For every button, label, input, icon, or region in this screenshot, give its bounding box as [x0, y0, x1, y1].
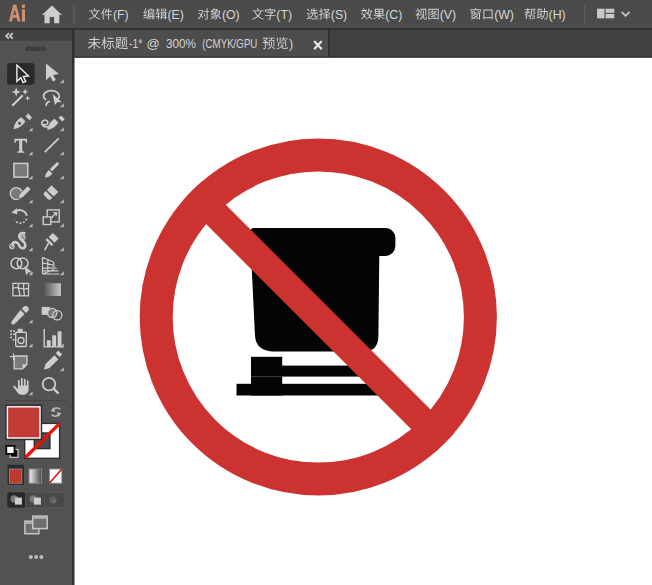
svg-text:(H): (H)	[549, 8, 566, 22]
svg-text:(CMYK/GPU: (CMYK/GPU	[202, 37, 257, 51]
svg-text:(C): (C)	[385, 8, 402, 22]
svg-text:(F): (F)	[113, 8, 129, 22]
svg-text:(T): (T)	[276, 8, 292, 22]
svg-text:@: @	[147, 37, 160, 51]
svg-text:(O): (O)	[222, 8, 240, 22]
svg-text:(W): (W)	[494, 8, 514, 22]
svg-text:300%: 300%	[166, 37, 196, 51]
svg-text:(S): (S)	[331, 8, 347, 22]
svg-text:(V): (V)	[440, 8, 456, 22]
svg-text:-1*: -1*	[129, 37, 143, 51]
svg-text:): )	[289, 37, 293, 51]
svg-text:(E): (E)	[167, 8, 183, 22]
